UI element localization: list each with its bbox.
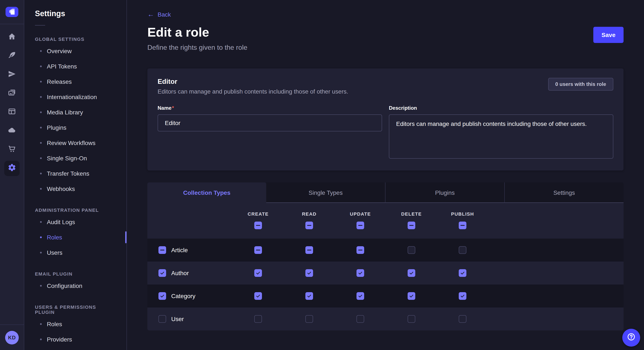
category-read-checkbox[interactable]	[306, 292, 313, 300]
sidebar-item-internationalization[interactable]: Internationalization	[25, 89, 126, 105]
permission-row-category: Category	[147, 285, 624, 308]
article-read-checkbox[interactable]	[306, 246, 313, 254]
sidebar-item-configuration[interactable]: Configuration	[25, 278, 126, 293]
sidebar-item-audit-logs[interactable]: Audit Logs	[25, 214, 126, 230]
sidebar-item-label: Internationalization	[47, 94, 97, 100]
bullet-icon	[40, 285, 42, 287]
column-header-publish: PUBLISH	[451, 211, 474, 216]
tab-plugins[interactable]: Plugins	[385, 182, 504, 203]
help-button[interactable]	[622, 329, 640, 347]
gear-icon	[8, 163, 16, 174]
user-delete-checkbox[interactable]	[408, 315, 415, 323]
main-content: ← Back Edit a role Define the rights giv…	[127, 0, 644, 350]
settings-subnav: Settings GLOBAL SETTINGSOverviewAPI Toke…	[25, 0, 127, 350]
author-publish-checkbox[interactable]	[459, 269, 466, 277]
cart-icon	[8, 145, 16, 155]
users-with-role-button[interactable]: 0 users with this role	[548, 78, 613, 91]
author-delete-checkbox[interactable]	[408, 269, 415, 277]
user-row-checkbox[interactable]	[158, 315, 166, 323]
rail-nav-media[interactable]	[0, 84, 24, 103]
sidebar-item-label: Overview	[47, 48, 72, 54]
name-field-label: Name*	[158, 105, 382, 111]
user-update-checkbox[interactable]	[356, 315, 364, 323]
sidebar-item-label: Audit Logs	[47, 219, 75, 225]
select-all-update-checkbox[interactable]	[356, 222, 364, 229]
user-create-checkbox[interactable]	[254, 315, 262, 323]
sidebar-item-label: Webhooks	[47, 185, 75, 192]
user-publish-checkbox[interactable]	[459, 315, 466, 323]
media-icon	[8, 88, 16, 99]
sidebar-item-users[interactable]: Users	[25, 245, 126, 260]
sidebar-item-api-tokens[interactable]: API Tokens	[25, 59, 126, 74]
author-row-checkbox[interactable]	[158, 269, 166, 277]
article-publish-checkbox[interactable]	[459, 246, 466, 254]
rail-nav-home[interactable]	[0, 28, 24, 47]
row-label-category: Category	[171, 293, 196, 299]
category-update-checkbox[interactable]	[356, 292, 364, 300]
sidebar-item-webhooks[interactable]: Webhooks	[25, 181, 126, 196]
description-field-group: Description Editors can manage and publi…	[389, 105, 613, 160]
rail-nav-gear[interactable]	[0, 159, 24, 178]
avatar[interactable]: KD	[5, 331, 19, 344]
author-update-checkbox[interactable]	[356, 269, 364, 277]
paper-plane-icon	[8, 70, 16, 80]
layout-icon	[8, 107, 16, 117]
rail-nav-cloud[interactable]	[0, 122, 24, 140]
category-delete-checkbox[interactable]	[408, 292, 415, 300]
sidebar-item-roles[interactable]: Roles	[25, 230, 126, 245]
article-create-checkbox[interactable]	[254, 246, 262, 254]
sidebar-item-single-sign-on[interactable]: Single Sign-On	[25, 151, 126, 166]
sidebar-item-label: Roles	[47, 234, 62, 241]
article-update-checkbox[interactable]	[356, 246, 364, 254]
sidebar-item-review-workflows[interactable]: Review Workflows	[25, 135, 126, 151]
tab-settings[interactable]: Settings	[504, 182, 624, 203]
name-input[interactable]	[158, 114, 382, 131]
select-all-create-checkbox[interactable]	[254, 222, 262, 229]
select-all-read-checkbox[interactable]	[306, 222, 313, 229]
section-header-email-plugin: EMAIL PLUGIN	[25, 271, 126, 276]
sidebar-item-label: Providers	[47, 336, 72, 343]
rail-nav-paper-plane[interactable]	[0, 65, 24, 84]
bullet-icon	[40, 142, 42, 144]
icon-rail: KD	[0, 0, 24, 350]
tab-single-types[interactable]: Single Types	[266, 182, 385, 203]
required-asterisk: *	[172, 105, 174, 111]
row-label-user: User	[171, 316, 184, 322]
category-create-checkbox[interactable]	[254, 292, 262, 300]
author-create-checkbox[interactable]	[254, 269, 262, 277]
sidebar-item-providers[interactable]: Providers	[25, 332, 126, 347]
save-button[interactable]: Save	[594, 27, 624, 43]
role-description-text: Editors can manage and publish contents …	[158, 88, 348, 95]
home-icon	[8, 32, 16, 42]
sidebar-item-plugins[interactable]: Plugins	[25, 120, 126, 135]
section-header-administration-panel: ADMINISTRATION PANEL	[25, 207, 126, 213]
article-row-checkbox[interactable]	[158, 246, 166, 254]
user-read-checkbox[interactable]	[306, 315, 313, 323]
sidebar-item-label: Roles	[47, 321, 62, 328]
rail-nav-layout[interactable]	[0, 103, 24, 122]
sidebar-item-transfer-tokens[interactable]: Transfer Tokens	[25, 166, 126, 181]
rail-bottom: KD	[0, 325, 24, 350]
sidebar-item-releases[interactable]: Releases	[25, 74, 126, 89]
category-publish-checkbox[interactable]	[459, 292, 466, 300]
sidebar-item-media-library[interactable]: Media Library	[25, 105, 126, 120]
column-header-create: CREATE	[248, 211, 268, 216]
author-read-checkbox[interactable]	[306, 269, 313, 277]
strapi-logo-button[interactable]	[0, 0, 24, 24]
description-textarea[interactable]: Editors can manage and publish contents …	[389, 114, 613, 159]
select-all-publish-checkbox[interactable]	[459, 222, 466, 229]
strapi-admin-page: KD Settings GLOBAL SETTINGSOverviewAPI T…	[0, 0, 644, 350]
tab-collection-types[interactable]: Collection Types	[147, 182, 266, 203]
category-row-checkbox[interactable]	[158, 292, 166, 300]
sidebar-item-overview[interactable]: Overview	[25, 43, 126, 59]
rail-nav-feather[interactable]	[0, 47, 24, 65]
article-delete-checkbox[interactable]	[408, 246, 415, 254]
back-link[interactable]: ← Back	[147, 11, 171, 18]
back-label: Back	[158, 11, 171, 18]
column-header-delete: DELETE	[401, 211, 422, 216]
bullet-icon	[40, 81, 42, 82]
sidebar-item-roles[interactable]: Roles	[25, 316, 126, 332]
rail-nav-cart[interactable]	[0, 140, 24, 159]
select-all-delete-checkbox[interactable]	[408, 222, 415, 229]
bullet-icon	[40, 50, 42, 52]
